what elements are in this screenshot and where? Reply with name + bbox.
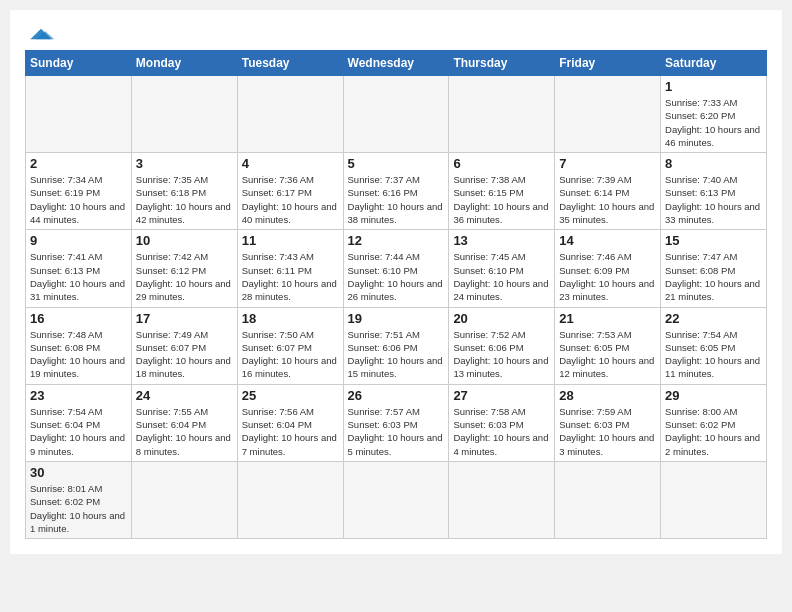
calendar-day-cell: 9Sunrise: 7:41 AM Sunset: 6:13 PM Daylig…: [26, 230, 132, 307]
calendar-day-cell: 8Sunrise: 7:40 AM Sunset: 6:13 PM Daylig…: [661, 153, 767, 230]
day-number: 14: [559, 233, 656, 248]
calendar-day-cell: [26, 76, 132, 153]
day-number: 23: [30, 388, 127, 403]
calendar-day-cell: 5Sunrise: 7:37 AM Sunset: 6:16 PM Daylig…: [343, 153, 449, 230]
calendar-day-cell: 22Sunrise: 7:54 AM Sunset: 6:05 PM Dayli…: [661, 307, 767, 384]
calendar-day-cell: 10Sunrise: 7:42 AM Sunset: 6:12 PM Dayli…: [131, 230, 237, 307]
calendar-day-cell: 25Sunrise: 7:56 AM Sunset: 6:04 PM Dayli…: [237, 384, 343, 461]
calendar-day-cell: 20Sunrise: 7:52 AM Sunset: 6:06 PM Dayli…: [449, 307, 555, 384]
day-number: 1: [665, 79, 762, 94]
calendar-day-cell: 13Sunrise: 7:45 AM Sunset: 6:10 PM Dayli…: [449, 230, 555, 307]
calendar-day-cell: 6Sunrise: 7:38 AM Sunset: 6:15 PM Daylig…: [449, 153, 555, 230]
calendar-day-cell: 23Sunrise: 7:54 AM Sunset: 6:04 PM Dayli…: [26, 384, 132, 461]
day-info: Sunrise: 7:52 AM Sunset: 6:06 PM Dayligh…: [453, 328, 550, 381]
day-info: Sunrise: 7:34 AM Sunset: 6:19 PM Dayligh…: [30, 173, 127, 226]
calendar-day-cell: [131, 76, 237, 153]
weekday-header-row: SundayMondayTuesdayWednesdayThursdayFrid…: [26, 51, 767, 76]
calendar-day-cell: 14Sunrise: 7:46 AM Sunset: 6:09 PM Dayli…: [555, 230, 661, 307]
calendar-day-cell: 12Sunrise: 7:44 AM Sunset: 6:10 PM Dayli…: [343, 230, 449, 307]
day-info: Sunrise: 7:39 AM Sunset: 6:14 PM Dayligh…: [559, 173, 656, 226]
day-number: 2: [30, 156, 127, 171]
day-number: 16: [30, 311, 127, 326]
weekday-header-wednesday: Wednesday: [343, 51, 449, 76]
day-info: Sunrise: 7:49 AM Sunset: 6:07 PM Dayligh…: [136, 328, 233, 381]
day-info: Sunrise: 7:57 AM Sunset: 6:03 PM Dayligh…: [348, 405, 445, 458]
weekday-header-monday: Monday: [131, 51, 237, 76]
calendar-day-cell: [661, 461, 767, 538]
day-info: Sunrise: 7:55 AM Sunset: 6:04 PM Dayligh…: [136, 405, 233, 458]
day-info: Sunrise: 7:35 AM Sunset: 6:18 PM Dayligh…: [136, 173, 233, 226]
day-info: Sunrise: 7:46 AM Sunset: 6:09 PM Dayligh…: [559, 250, 656, 303]
day-info: Sunrise: 7:38 AM Sunset: 6:15 PM Dayligh…: [453, 173, 550, 226]
day-info: Sunrise: 7:47 AM Sunset: 6:08 PM Dayligh…: [665, 250, 762, 303]
day-number: 24: [136, 388, 233, 403]
calendar-day-cell: [131, 461, 237, 538]
calendar-table: SundayMondayTuesdayWednesdayThursdayFrid…: [25, 50, 767, 539]
day-info: Sunrise: 8:01 AM Sunset: 6:02 PM Dayligh…: [30, 482, 127, 535]
calendar-page: SundayMondayTuesdayWednesdayThursdayFrid…: [10, 10, 782, 554]
day-number: 18: [242, 311, 339, 326]
calendar-week-row: 23Sunrise: 7:54 AM Sunset: 6:04 PM Dayli…: [26, 384, 767, 461]
day-info: Sunrise: 7:54 AM Sunset: 6:05 PM Dayligh…: [665, 328, 762, 381]
day-number: 27: [453, 388, 550, 403]
calendar-day-cell: 16Sunrise: 7:48 AM Sunset: 6:08 PM Dayli…: [26, 307, 132, 384]
day-info: Sunrise: 7:51 AM Sunset: 6:06 PM Dayligh…: [348, 328, 445, 381]
day-number: 10: [136, 233, 233, 248]
day-number: 21: [559, 311, 656, 326]
calendar-day-cell: 11Sunrise: 7:43 AM Sunset: 6:11 PM Dayli…: [237, 230, 343, 307]
day-info: Sunrise: 7:42 AM Sunset: 6:12 PM Dayligh…: [136, 250, 233, 303]
day-number: 11: [242, 233, 339, 248]
calendar-day-cell: [449, 461, 555, 538]
calendar-day-cell: [449, 76, 555, 153]
calendar-day-cell: 24Sunrise: 7:55 AM Sunset: 6:04 PM Dayli…: [131, 384, 237, 461]
day-info: Sunrise: 8:00 AM Sunset: 6:02 PM Dayligh…: [665, 405, 762, 458]
day-number: 19: [348, 311, 445, 326]
day-info: Sunrise: 7:48 AM Sunset: 6:08 PM Dayligh…: [30, 328, 127, 381]
calendar-day-cell: 1Sunrise: 7:33 AM Sunset: 6:20 PM Daylig…: [661, 76, 767, 153]
day-info: Sunrise: 7:36 AM Sunset: 6:17 PM Dayligh…: [242, 173, 339, 226]
weekday-header-tuesday: Tuesday: [237, 51, 343, 76]
day-number: 4: [242, 156, 339, 171]
calendar-day-cell: 19Sunrise: 7:51 AM Sunset: 6:06 PM Dayli…: [343, 307, 449, 384]
day-info: Sunrise: 7:44 AM Sunset: 6:10 PM Dayligh…: [348, 250, 445, 303]
calendar-day-cell: 28Sunrise: 7:59 AM Sunset: 6:03 PM Dayli…: [555, 384, 661, 461]
day-number: 5: [348, 156, 445, 171]
calendar-week-row: 9Sunrise: 7:41 AM Sunset: 6:13 PM Daylig…: [26, 230, 767, 307]
day-number: 28: [559, 388, 656, 403]
calendar-day-cell: 21Sunrise: 7:53 AM Sunset: 6:05 PM Dayli…: [555, 307, 661, 384]
calendar-day-cell: 26Sunrise: 7:57 AM Sunset: 6:03 PM Dayli…: [343, 384, 449, 461]
day-info: Sunrise: 7:41 AM Sunset: 6:13 PM Dayligh…: [30, 250, 127, 303]
day-info: Sunrise: 7:45 AM Sunset: 6:10 PM Dayligh…: [453, 250, 550, 303]
day-info: Sunrise: 7:37 AM Sunset: 6:16 PM Dayligh…: [348, 173, 445, 226]
day-info: Sunrise: 7:43 AM Sunset: 6:11 PM Dayligh…: [242, 250, 339, 303]
day-info: Sunrise: 7:54 AM Sunset: 6:04 PM Dayligh…: [30, 405, 127, 458]
day-number: 15: [665, 233, 762, 248]
calendar-week-row: 16Sunrise: 7:48 AM Sunset: 6:08 PM Dayli…: [26, 307, 767, 384]
page-header: [25, 20, 767, 44]
calendar-week-row: 2Sunrise: 7:34 AM Sunset: 6:19 PM Daylig…: [26, 153, 767, 230]
day-info: Sunrise: 7:40 AM Sunset: 6:13 PM Dayligh…: [665, 173, 762, 226]
day-number: 29: [665, 388, 762, 403]
day-info: Sunrise: 7:50 AM Sunset: 6:07 PM Dayligh…: [242, 328, 339, 381]
day-number: 12: [348, 233, 445, 248]
day-info: Sunrise: 7:58 AM Sunset: 6:03 PM Dayligh…: [453, 405, 550, 458]
logo-icon-row: [25, 24, 59, 44]
calendar-day-cell: 4Sunrise: 7:36 AM Sunset: 6:17 PM Daylig…: [237, 153, 343, 230]
day-number: 13: [453, 233, 550, 248]
calendar-day-cell: 7Sunrise: 7:39 AM Sunset: 6:14 PM Daylig…: [555, 153, 661, 230]
calendar-day-cell: 3Sunrise: 7:35 AM Sunset: 6:18 PM Daylig…: [131, 153, 237, 230]
calendar-day-cell: 17Sunrise: 7:49 AM Sunset: 6:07 PM Dayli…: [131, 307, 237, 384]
calendar-day-cell: 15Sunrise: 7:47 AM Sunset: 6:08 PM Dayli…: [661, 230, 767, 307]
day-number: 7: [559, 156, 656, 171]
day-number: 22: [665, 311, 762, 326]
calendar-day-cell: 29Sunrise: 8:00 AM Sunset: 6:02 PM Dayli…: [661, 384, 767, 461]
day-number: 26: [348, 388, 445, 403]
day-info: Sunrise: 7:53 AM Sunset: 6:05 PM Dayligh…: [559, 328, 656, 381]
day-info: Sunrise: 7:33 AM Sunset: 6:20 PM Dayligh…: [665, 96, 762, 149]
day-number: 30: [30, 465, 127, 480]
calendar-day-cell: [237, 76, 343, 153]
calendar-day-cell: [343, 76, 449, 153]
day-number: 20: [453, 311, 550, 326]
day-number: 6: [453, 156, 550, 171]
weekday-header-saturday: Saturday: [661, 51, 767, 76]
